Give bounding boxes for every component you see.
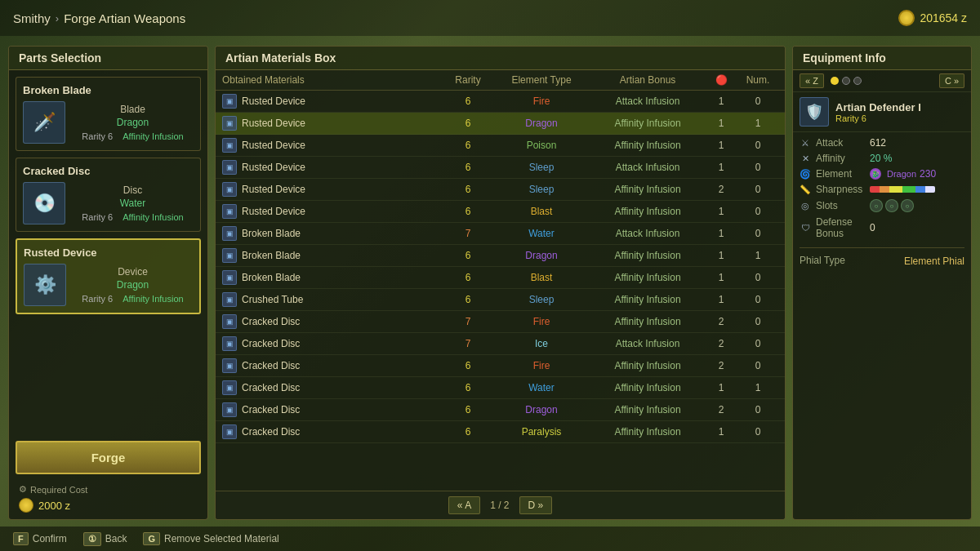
part-meta-1: Rarity 6 Affinity Infusion [82,212,183,222]
hotkey-1: ① Back [83,532,127,546]
cost-row: 2000 z [19,498,198,513]
attack-stat: ⚔ Attack 612 [800,137,964,149]
row-name-7: ▣ Broken Blade [222,248,443,263]
row-name-12: ▣ Cracked Disc [222,358,443,373]
row-num-1: 1 [705,118,737,129]
equip-stats: ⚔ Attack 612 ✕ Affinity 20 % 🌀 Element 🐉… [793,132,971,244]
row-name-9: ▣ Crushed Tube [222,292,443,307]
required-cost-section: ⚙ Required Cost 2000 z [9,481,207,519]
part-type-1: Disc [123,184,142,196]
part-infusion-1: Affinity Infusion [122,212,183,222]
part-card-2[interactable]: Rusted Device ⚙️ Device Dragon Rarity 6 … [16,238,201,314]
page-info: 1 / 2 [490,500,509,511]
parts-list: Broken Blade 🗡️ Blade Dragon Rarity 6 Af… [9,70,207,434]
table-row-13[interactable]: ▣ Cracked Disc 6 Water Affinity Infusion… [216,377,785,399]
materials-panel: Artian Materials Box Obtained MaterialsR… [215,46,786,520]
part-element-1: Water [120,198,146,209]
table-row-6[interactable]: ▣ Broken Blade 7 Water Attack Infusion 1… [216,223,785,245]
row-material-icon-15: ▣ [222,424,237,439]
table-body: ▣ Rusted Device 6 Fire Attack Infusion 1… [216,91,785,491]
part-card-1[interactable]: Cracked Disc 💿 Disc Water Rarity 6 Affin… [16,158,201,232]
row-rarity-11: 7 [443,338,492,349]
row-num-4: 2 [705,184,737,195]
element-icon: 🌀 [800,169,811,180]
row-count-13: 1 [737,382,778,393]
table-row-10[interactable]: ▣ Cracked Disc 7 Fire Affinity Infusion … [216,311,785,333]
slots-label: Slots [816,200,865,211]
part-card-title-2: Rusted Device [24,247,193,259]
row-element-12: Fire [492,360,590,371]
row-rarity-9: 6 [443,294,492,305]
phial-section: Phial Type Element Phial [793,251,971,271]
part-card-0[interactable]: Broken Blade 🗡️ Blade Dragon Rarity 6 Af… [16,77,201,151]
row-count-8: 0 [737,272,778,283]
main-layout: Parts Selection Broken Blade 🗡️ Blade Dr… [0,39,980,527]
defense-stat: 🛡 Defense Bonus 0 [800,216,964,239]
defense-value: 0 [870,222,875,233]
row-count-0: 0 [737,96,778,107]
table-row-2[interactable]: ▣ Rusted Device 6 Poison Affinity Infusi… [216,135,785,157]
table-row-0[interactable]: ▣ Rusted Device 6 Fire Attack Infusion 1… [216,91,785,113]
current-page: Forge Artian Weapons [64,11,185,25]
gear-icon: ⚙ [19,484,27,495]
prev-page-button[interactable]: « A [448,496,480,514]
parts-title: Parts Selection [9,47,207,70]
row-infusion-10: Affinity Infusion [590,316,705,327]
row-material-icon-6: ▣ [222,226,237,241]
part-info-0: Blade Dragon Rarity 6 Affinity Infusion [72,104,194,141]
part-icon-2: ⚙️ [24,264,66,306]
row-rarity-13: 6 [443,382,492,393]
equip-nav-right-button[interactable]: C » [939,73,964,88]
row-infusion-4: Affinity Infusion [590,184,705,195]
table-row-12[interactable]: ▣ Cracked Disc 6 Fire Affinity Infusion … [216,355,785,377]
row-count-14: 0 [737,404,778,415]
breadcrumb-separator: › [56,12,59,24]
row-rarity-4: 6 [443,184,492,195]
table-row-3[interactable]: ▣ Rusted Device 6 Sleep Attack Infusion … [216,157,785,179]
defense-icon: 🛡 [800,223,811,233]
row-rarity-14: 6 [443,404,492,415]
row-count-3: 0 [737,162,778,173]
equip-divider [800,247,964,248]
element-value: 230 [920,168,936,180]
row-name-13: ▣ Cracked Disc [222,380,443,395]
part-element-2: Dragon [117,279,149,291]
affinity-icon: ✕ [800,153,811,164]
part-infusion-0: Affinity Infusion [122,131,183,141]
sharp-yellow [889,186,902,193]
table-row-8[interactable]: ▣ Broken Blade 6 Blast Affinity Infusion… [216,267,785,289]
smithy-link[interactable]: Smithy [13,11,51,25]
row-name-1: ▣ Rusted Device [222,116,443,131]
row-element-13: Water [492,382,590,393]
row-name-10: ▣ Cracked Disc [222,314,443,329]
row-element-6: Water [492,228,590,239]
row-element-0: Fire [492,96,590,107]
hotkey-0: F Confirm [13,532,67,545]
next-page-button[interactable]: D » [519,496,553,514]
row-infusion-0: Attack Infusion [590,96,705,107]
materials-title: Artian Materials Box [216,47,785,70]
sharp-green [902,186,915,193]
table-row-11[interactable]: ▣ Cracked Disc 7 Ice Attack Infusion 2 0 [216,333,785,355]
row-count-10: 0 [737,316,778,327]
table-row-15[interactable]: ▣ Cracked Disc 6 Paralysis Affinity Infu… [216,421,785,443]
equip-nav-left-button[interactable]: « Z [800,73,824,88]
forge-button[interactable]: Forge [16,441,201,474]
table-row-1[interactable]: ▣ Rusted Device 6 Dragon Affinity Infusi… [216,113,785,135]
table-row-14[interactable]: ▣ Cracked Disc 6 Dragon Affinity Infusio… [216,399,785,421]
table-row-7[interactable]: ▣ Broken Blade 6 Dragon Affinity Infusio… [216,245,785,267]
row-element-7: Dragon [492,250,590,261]
part-card-title-1: Cracked Disc [23,165,194,177]
cost-value: 2000 z [38,500,70,512]
row-element-2: Poison [492,140,590,151]
table-row-4[interactable]: ▣ Rusted Device 6 Sleep Affinity Infusio… [216,179,785,201]
table-row-5[interactable]: ▣ Rusted Device 6 Blast Affinity Infusio… [216,201,785,223]
table-row-9[interactable]: ▣ Crushed Tube 6 Sleep Affinity Infusion… [216,289,785,311]
row-infusion-6: Attack Infusion [590,228,705,239]
hotkey-label-0: Confirm [33,533,67,544]
phial-value: Element Phial [904,256,964,267]
slots-stat: ◎ Slots ○ ○ ○ [800,199,964,212]
row-infusion-11: Attack Infusion [590,338,705,349]
parts-panel: Parts Selection Broken Blade 🗡️ Blade Dr… [8,46,208,520]
row-infusion-15: Affinity Infusion [590,426,705,438]
